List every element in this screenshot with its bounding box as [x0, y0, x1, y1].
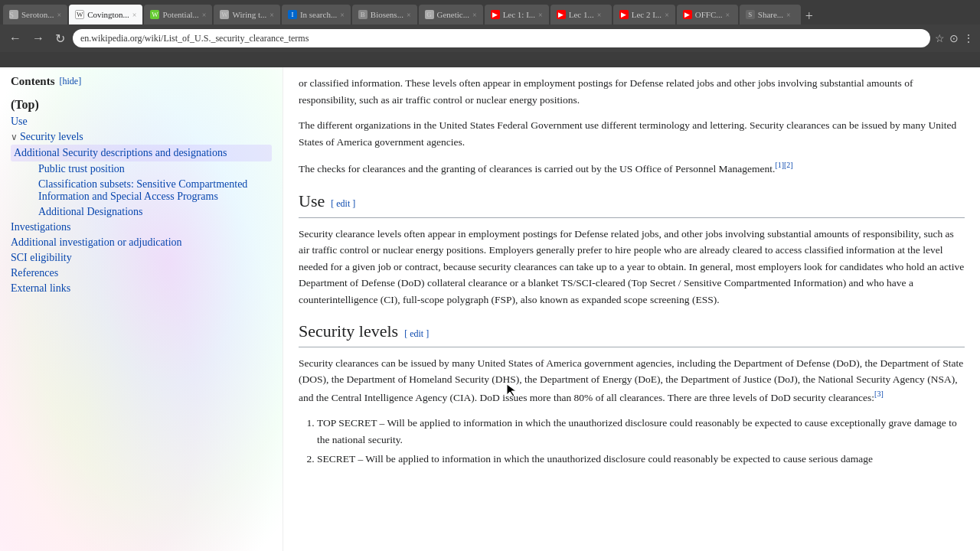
- tab-biosens[interactable]: B Biosens... ×: [352, 5, 417, 24]
- tab-favicon-yt3: ▶: [619, 10, 629, 19]
- navigation-bar: ← → ↻ en.wikipedia.org/wiki/List_of_U.S.…: [0, 24, 980, 52]
- toc-item-additional-investigation[interactable]: Additional investigation or adjudication: [11, 235, 272, 250]
- toc-item-additional-designations[interactable]: Additional Designations: [11, 204, 272, 220]
- list-item-top-secret: TOP SECRET – Will be applied to informat…: [317, 415, 965, 448]
- toc-additional-security-label: Additional Security descriptions and des…: [14, 147, 227, 158]
- toc-references-label: References: [11, 267, 58, 279]
- toc-item-external-links[interactable]: External links: [11, 281, 272, 296]
- cite-1[interactable]: [1][2]: [775, 161, 792, 169]
- use-heading-text: Use: [299, 187, 325, 214]
- url-text: en.wikipedia.org/wiki/List_of_U.S._secur…: [80, 33, 309, 44]
- toc-additional-investigation-label: Additional investigation or adjudication: [11, 236, 182, 248]
- toc-chevron-security: ∨: [11, 132, 20, 142]
- tab-label-yt2: Lec 1...: [569, 10, 594, 19]
- content-intro: or classified information. These levels …: [299, 75, 965, 177]
- tab-close-icon[interactable]: ×: [57, 11, 61, 19]
- security-edit-link[interactable]: [ edit ]: [404, 327, 429, 341]
- toc-classification-label: Classification subsets: Sensitive Compar…: [38, 178, 247, 202]
- tab-label-s: Share...: [758, 10, 783, 19]
- tab-close-yt3[interactable]: ×: [665, 11, 669, 19]
- cite-3[interactable]: [3]: [874, 390, 884, 398]
- nav-icons: ☆ ⊙ ⋮: [935, 32, 974, 45]
- tab-offc[interactable]: ▶ OFFC... ×: [677, 5, 738, 24]
- forward-button[interactable]: →: [29, 30, 47, 47]
- back-button[interactable]: ←: [6, 30, 24, 47]
- tab-bar: S Seroton... × W Covington... × W Potent…: [0, 0, 980, 24]
- tab-favicon: S: [9, 10, 18, 19]
- toc-item-security-levels[interactable]: ∨ Security levels: [11, 129, 272, 145]
- tab-wikipedia[interactable]: W Covington... ×: [69, 5, 142, 24]
- tab-label-i: In search...: [300, 10, 337, 19]
- tab-label-g: Genetic...: [437, 10, 469, 19]
- security-heading-text: Security levels: [299, 318, 398, 344]
- tab-lec2[interactable]: ▶ Lec 2 I... ×: [613, 5, 675, 24]
- tab-share[interactable]: S Share... ×: [740, 5, 801, 24]
- profile-icon[interactable]: ⊙: [949, 32, 959, 45]
- toc-hide-button[interactable]: [hide]: [60, 76, 82, 87]
- toc-item-additional-security[interactable]: Additional Security descriptions and des…: [11, 145, 272, 161]
- reload-button[interactable]: ↻: [52, 30, 68, 47]
- address-bar[interactable]: en.wikipedia.org/wiki/List_of_U.S._secur…: [73, 29, 930, 47]
- tab-favicon-s: S: [746, 10, 755, 19]
- tab-close-p[interactable]: ×: [202, 11, 207, 19]
- dod-levels-list: TOP SECRET – Will be applied to informat…: [317, 415, 965, 468]
- tab-favicon-wiki: W: [75, 10, 84, 19]
- toc-security-label: Security levels: [20, 131, 83, 142]
- tab-wiring[interactable]: W Wiring t... ×: [214, 5, 279, 24]
- tab-close-b[interactable]: ×: [407, 11, 411, 19]
- tab-close-yt1[interactable]: ×: [538, 11, 543, 19]
- bookmark-icon[interactable]: ☆: [935, 32, 945, 45]
- toc-public-trust-label: Public trust position: [38, 163, 125, 174]
- tab-label-yt1: Lec 1: I...: [503, 10, 535, 19]
- tab-label-yt4: OFFC...: [695, 10, 723, 19]
- main-content: or classified information. These levels …: [283, 67, 980, 551]
- tab-favicon-yt1: ▶: [491, 10, 500, 19]
- use-section-heading: Use [ edit ]: [299, 187, 965, 217]
- toc-item-references[interactable]: References: [11, 266, 272, 281]
- tab-close-g[interactable]: ×: [472, 11, 477, 19]
- top-secret-text: TOP SECRET – Will be applied to informat…: [317, 417, 957, 445]
- tab-close-yt2[interactable]: ×: [597, 11, 602, 19]
- tab-favicon-yt4: ▶: [683, 10, 692, 19]
- tab-label-w: Wiring t...: [232, 10, 266, 19]
- menu-icon[interactable]: ⋮: [963, 32, 974, 45]
- toc-top-label: (Top): [11, 96, 39, 112]
- use-edit-link[interactable]: [ edit ]: [331, 197, 355, 211]
- tab-genetic[interactable]: G Genetic... ×: [419, 5, 483, 24]
- tab-label-wiki: Covington...: [87, 10, 129, 19]
- toc-additional-designations-label: Additional Designations: [38, 206, 143, 217]
- secret-text: SECRET – Will be applied to information …: [317, 453, 873, 465]
- toc-sci-label: SCI eligibility: [11, 252, 72, 263]
- tab-close-wiki[interactable]: ×: [132, 11, 137, 19]
- tab-close-i[interactable]: ×: [340, 11, 345, 19]
- toc-use-label: Use: [11, 116, 28, 127]
- toc-item-top[interactable]: (Top): [11, 96, 272, 114]
- tab-lec1[interactable]: ▶ Lec 1: I... ×: [485, 5, 549, 24]
- tab-favicon-b: B: [358, 10, 368, 19]
- tab-close-yt4[interactable]: ×: [726, 11, 730, 19]
- browser-chrome: S Seroton... × W Covington... × W Potent…: [0, 0, 980, 67]
- tab-favicon-w: W: [220, 10, 229, 19]
- toc: Contents [hide] (Top) Use ∨ Security lev…: [11, 75, 272, 296]
- toc-title: Contents [hide]: [11, 75, 272, 88]
- toc-item-public-trust[interactable]: Public trust position: [11, 161, 272, 177]
- tab-label: Seroton...: [21, 10, 54, 19]
- tab-close-s[interactable]: ×: [786, 11, 791, 19]
- use-paragraph: Security clearance levels often appear i…: [299, 226, 965, 308]
- tab-potential[interactable]: W Potential... ×: [144, 5, 212, 24]
- tab-serotonin[interactable]: S Seroton... ×: [3, 5, 67, 24]
- toc-item-use[interactable]: Use: [11, 114, 272, 129]
- tab-insearch[interactable]: I In search... ×: [282, 5, 351, 24]
- toc-item-sci-eligibility[interactable]: SCI eligibility: [11, 250, 272, 266]
- new-tab-button[interactable]: +: [805, 8, 813, 24]
- tab-close-w[interactable]: ×: [270, 11, 274, 19]
- intro-para-1: or classified information. These levels …: [299, 75, 965, 108]
- toc-item-classification-subsets[interactable]: Classification subsets: Sensitive Compar…: [11, 177, 272, 204]
- intro-para-3: The checks for clearances and the granti…: [299, 159, 965, 177]
- toc-item-investigations[interactable]: Investigations: [11, 220, 272, 235]
- tab-lec1b[interactable]: ▶ Lec 1... ×: [550, 5, 612, 24]
- toc-title-text: Contents: [11, 75, 55, 88]
- intro-para-2: The different organizations in the Unite…: [299, 117, 965, 150]
- tab-favicon-yt2: ▶: [557, 10, 566, 19]
- tab-favicon-p: W: [150, 10, 159, 19]
